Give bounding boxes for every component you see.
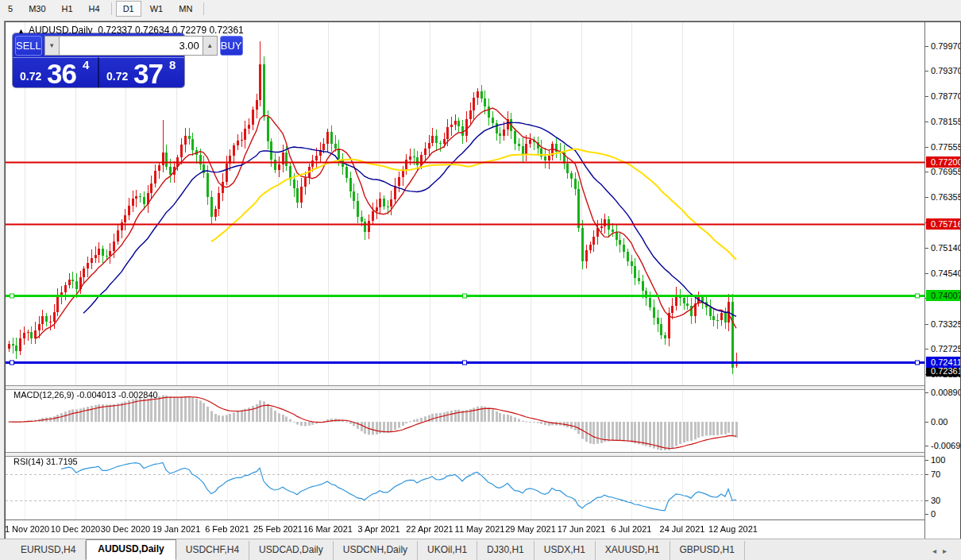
date-label: 29 May 2021 xyxy=(505,524,556,534)
tab-ukoil-h1[interactable]: UKOil,H1 xyxy=(418,541,477,560)
volume-increase-button[interactable]: ▲ xyxy=(203,36,218,56)
sell-price-display[interactable]: 0.72 36 4 xyxy=(13,57,98,87)
buy-price-base: 0.72 xyxy=(106,70,128,83)
price-tick: 0.79370 xyxy=(925,65,960,76)
hline-price-label[interactable]: 0.74007 xyxy=(926,290,960,301)
one-click-trade-panel: SELL ▼ ▲ BUY 0.72 36 4 0.72 37 8 xyxy=(13,33,184,87)
price-tick-label: 0.79970 xyxy=(931,41,961,51)
tick-dash xyxy=(925,500,928,501)
price-tick-label: 0.75140 xyxy=(931,243,961,253)
toolbar-separator xyxy=(111,2,112,15)
tick-dash xyxy=(925,96,928,97)
price-tick-label: 0.77555 xyxy=(931,142,961,152)
rsi-axis-label: 70 xyxy=(925,469,960,480)
tab-xauusd-h1[interactable]: XAUUSD,H1 xyxy=(596,541,670,560)
timeframe-5[interactable]: 5 xyxy=(1,1,20,17)
date-label: 30 Dec 2020 xyxy=(101,524,150,534)
tick-dash xyxy=(925,46,928,47)
price-tick: 0.72725 xyxy=(925,343,960,354)
tab-usdcnh-daily[interactable]: USDCNH,Daily xyxy=(334,541,418,560)
tick-dash xyxy=(925,273,928,274)
date-label: 19 Jan 2021 xyxy=(152,524,201,534)
sell-button[interactable]: SELL xyxy=(15,36,42,56)
buy-price-display[interactable]: 0.72 37 8 xyxy=(98,57,184,87)
time-axis[interactable]: 21 Nov 202010 Dec 202030 Dec 202019 Jan … xyxy=(6,519,924,539)
price-tick: 0.78770 xyxy=(925,91,960,102)
date-label: 12 Aug 2021 xyxy=(708,524,758,534)
tick-dash xyxy=(925,422,928,423)
price-tick: 0.74540 xyxy=(925,268,960,279)
macd-indicator-label: MACD(12,26,9) -0.004013 -0.002840 xyxy=(14,390,158,400)
hline-price-label[interactable]: 0.77200 xyxy=(926,156,960,168)
tab-usdchf-h4[interactable]: USDCHF,H4 xyxy=(176,541,249,560)
price-tick: 0.73325 xyxy=(925,319,960,330)
rsi-axis-value: 100 xyxy=(931,455,945,465)
timeframe-mn[interactable]: MN xyxy=(172,1,199,17)
hline-price-label[interactable]: 0.75716 xyxy=(926,218,960,230)
toolbar-separator xyxy=(203,2,204,15)
timeframe-w1[interactable]: W1 xyxy=(143,1,171,17)
tab-eurusd-h4[interactable]: EURUSD,H4 xyxy=(11,541,86,560)
sell-price-sup: 4 xyxy=(83,58,89,71)
chart-tab-bar: EURUSD,H4AUDUSD,DailyUSDCHF,H4USDCAD,Dai… xyxy=(0,539,961,560)
tick-dash xyxy=(925,349,928,350)
date-label: 3 Apr 2021 xyxy=(357,524,399,534)
rsi-splitter[interactable] xyxy=(6,452,960,457)
macd-axis-value: 0.008903 xyxy=(931,388,961,397)
rsi-indicator-label: RSI(14) 31.7195 xyxy=(14,457,78,466)
volume-decrease-button[interactable]: ▼ xyxy=(44,36,60,56)
tab-usdcad-daily[interactable]: USDCAD,Daily xyxy=(249,541,334,560)
price-tick: 0.78155 xyxy=(925,116,960,127)
rsi-value: 31.7195 xyxy=(46,457,78,466)
volume-input[interactable] xyxy=(60,36,203,56)
buy-price-big: 37 xyxy=(133,58,163,90)
price-tick-label: 0.78770 xyxy=(931,91,961,101)
rsi-title: RSI(14) xyxy=(14,457,44,466)
tab-scroll-left-icon[interactable]: ◂ xyxy=(932,546,943,555)
tick-dash xyxy=(925,446,928,446)
tick-dash xyxy=(925,197,928,198)
tab-dj30-h1[interactable]: DJ30,H1 xyxy=(477,541,535,560)
tab-usdx-h1[interactable]: USDX,H1 xyxy=(535,541,596,560)
macd-title: MACD(12,26,9) xyxy=(14,390,74,400)
tick-dash xyxy=(925,147,928,148)
rsi-axis-value: 70 xyxy=(931,469,940,479)
date-label: 17 Jun 2021 xyxy=(558,524,606,534)
timeframe-h4[interactable]: H4 xyxy=(82,1,107,17)
macd-axis-value: -0.006977 xyxy=(931,441,961,450)
date-label: 24 Jul 2021 xyxy=(660,524,705,534)
tab-gbpusd-h1[interactable]: GBPUSD,H1 xyxy=(670,541,745,560)
chart-window: ▲AUDUSD,Daily 0.72337 0.72634 0.72279 0.… xyxy=(4,21,961,540)
tick-dash xyxy=(925,122,928,122)
price-tick-label: 0.76955 xyxy=(931,167,961,176)
tab-audusd-daily[interactable]: AUDUSD,Daily xyxy=(86,539,176,560)
sell-price-base: 0.72 xyxy=(20,70,41,83)
volume-stepper: ▼ ▲ xyxy=(44,36,218,56)
macd-axis-label: 0.00 xyxy=(925,416,960,427)
buy-button[interactable]: BUY xyxy=(220,36,243,56)
timeframe-d1[interactable]: D1 xyxy=(116,1,141,17)
tab-scroll-right-icon[interactable]: ▸ xyxy=(943,546,953,555)
price-tick-label: 0.78155 xyxy=(931,117,961,126)
price-tick-label: 0.74540 xyxy=(931,268,961,278)
date-label: 25 Feb 2021 xyxy=(253,524,303,534)
price-axis[interactable]: 0.799700.793700.787700.781550.775550.769… xyxy=(924,22,960,539)
macd-axis-value: 0.00 xyxy=(931,417,947,427)
hline-price-label[interactable]: 0.72411 xyxy=(926,357,960,368)
macd-splitter[interactable] xyxy=(6,385,960,390)
tick-dash xyxy=(925,474,928,475)
timeframe-m30[interactable]: M30 xyxy=(21,1,52,17)
price-tick: 0.75140 xyxy=(925,242,960,253)
timeframe-h1[interactable]: H1 xyxy=(55,1,80,17)
date-label: 21 Nov 2020 xyxy=(5,524,49,534)
tick-dash xyxy=(925,248,928,249)
date-label: 22 Apr 2021 xyxy=(406,524,453,534)
rsi-canvas[interactable] xyxy=(6,455,924,519)
trading-app: { "toolbar": { "timeframes": ["5", "M30"… xyxy=(0,0,961,560)
timeframe-toolbar: 5M30H1H4D1W1MN xyxy=(0,0,961,17)
tick-dash xyxy=(925,392,928,393)
macd-axis-label: 0.008903 xyxy=(925,387,960,398)
price-tick-label: 0.76355 xyxy=(931,192,961,202)
date-label: 6 Feb 2021 xyxy=(205,524,249,534)
price-tick: 0.76355 xyxy=(925,191,960,203)
